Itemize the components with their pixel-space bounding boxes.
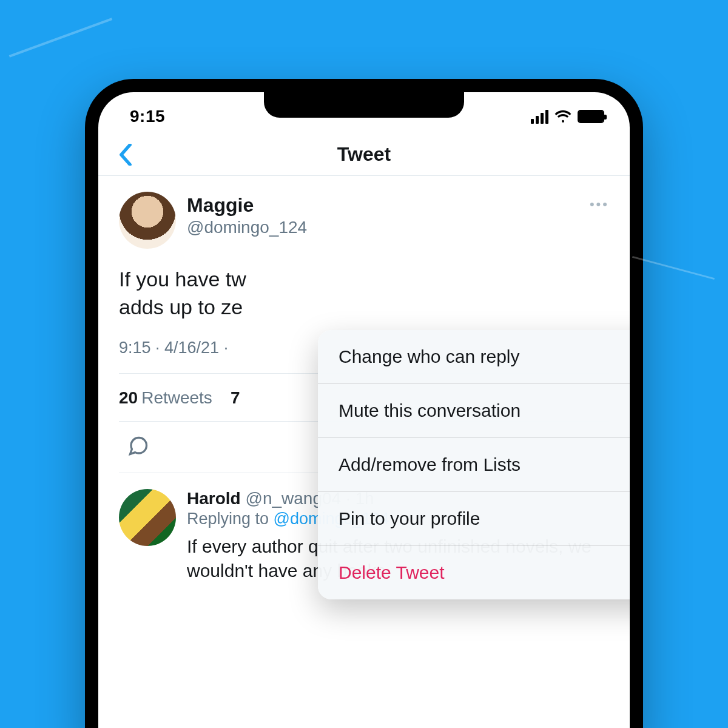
menu-item-label: Delete Tweet xyxy=(339,562,445,583)
menu-add-remove-lists[interactable]: Add/remove from Lists xyxy=(318,438,630,492)
cellular-icon xyxy=(531,110,548,124)
phone-notch xyxy=(264,92,464,118)
menu-item-label: Change who can reply xyxy=(339,346,520,367)
status-time: 9:15 xyxy=(130,107,165,126)
back-button[interactable] xyxy=(119,144,132,166)
menu-item-label: Pin to your profile xyxy=(339,508,480,529)
reply-author-name[interactable]: Harold xyxy=(187,489,241,508)
phone-screen: 9:15 Tweet ••• Maggie xyxy=(98,92,630,728)
more-options-button[interactable]: ••• xyxy=(590,197,609,212)
tweet-context-menu: Change who can reply Mute this conversat… xyxy=(318,330,630,599)
menu-mute-conversation[interactable]: Mute this conversation xyxy=(318,384,630,438)
menu-change-who-can-reply[interactable]: Change who can reply xyxy=(318,330,630,384)
menu-delete-tweet[interactable]: Delete Tweet xyxy=(318,546,630,599)
page-title: Tweet xyxy=(337,143,391,166)
author-handle[interactable]: @domingo_124 xyxy=(187,218,307,237)
quote-tweets-stat[interactable]: 7 xyxy=(231,388,244,408)
menu-item-label: Mute this conversation xyxy=(339,400,521,421)
menu-item-label: Add/remove from Lists xyxy=(339,454,521,475)
author-name[interactable]: Maggie xyxy=(187,194,307,217)
retweets-stat[interactable]: 20Retweets xyxy=(119,388,212,408)
reply-icon[interactable] xyxy=(127,435,149,459)
phone-frame: 9:15 Tweet ••• Maggie xyxy=(85,79,643,728)
avatar[interactable] xyxy=(119,192,176,249)
tweet-body: If you have tw adds up to ze xyxy=(119,266,609,322)
avatar[interactable] xyxy=(119,489,176,546)
nav-bar: Tweet xyxy=(98,133,630,176)
status-icons xyxy=(531,110,604,124)
wifi-icon xyxy=(554,110,571,123)
menu-pin-to-profile[interactable]: Pin to your profile xyxy=(318,492,630,546)
battery-icon xyxy=(578,110,604,123)
